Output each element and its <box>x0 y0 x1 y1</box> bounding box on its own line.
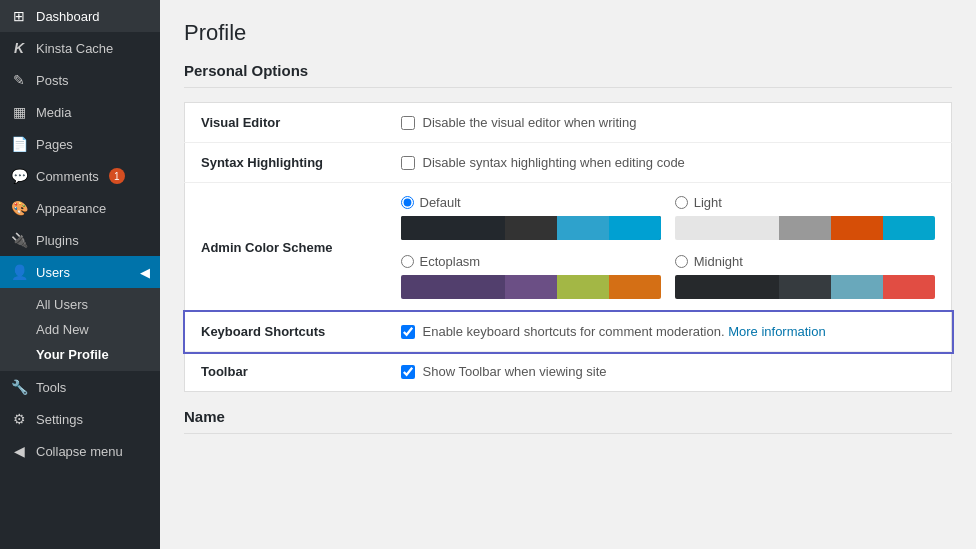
color-scheme-ectoplasm-radio[interactable] <box>401 255 414 268</box>
color-scheme-default-text: Default <box>420 195 461 210</box>
main-content: Profile Personal Options Visual Editor D… <box>160 0 976 549</box>
keyboard-shortcuts-value: Enable keyboard shortcuts for comment mo… <box>385 312 952 352</box>
color-scheme-light-bar <box>675 216 935 240</box>
users-arrow-icon: ◀ <box>140 265 150 280</box>
page-title: Profile <box>184 20 952 46</box>
color-scheme-ectoplasm-bar <box>401 275 661 299</box>
keyboard-shortcuts-checkbox-label[interactable]: Enable keyboard shortcuts for comment mo… <box>401 324 936 339</box>
personal-options-title: Personal Options <box>184 62 952 88</box>
settings-icon: ⚙ <box>10 411 28 427</box>
submenu-item-all-users[interactable]: All Users <box>0 292 160 317</box>
toolbar-checkbox[interactable] <box>401 365 415 379</box>
sidebar-item-label: Settings <box>36 412 83 427</box>
comments-badge: 1 <box>109 168 125 184</box>
color-scheme-light: Light <box>675 195 935 240</box>
personal-options-table: Visual Editor Disable the visual editor … <box>184 102 952 392</box>
color-scheme-ectoplasm: Ectoplasm <box>401 254 661 299</box>
keyboard-shortcuts-text: Enable keyboard shortcuts for comment mo… <box>423 324 826 339</box>
sidebar-item-posts[interactable]: ✎ Posts <box>0 64 160 96</box>
comments-icon: 💬 <box>10 168 28 184</box>
sidebar-item-users[interactable]: 👤 Users ◀ <box>0 256 160 288</box>
submenu-item-your-profile[interactable]: Your Profile <box>0 342 160 367</box>
syntax-highlighting-checkbox[interactable] <box>401 156 415 170</box>
visual-editor-checkbox-label[interactable]: Disable the visual editor when writing <box>401 115 936 130</box>
kinsta-icon: K <box>10 40 28 56</box>
toolbar-checkbox-label[interactable]: Show Toolbar when viewing site <box>401 364 936 379</box>
color-scheme-midnight-bar <box>675 275 935 299</box>
sidebar-item-label: Kinsta Cache <box>36 41 113 56</box>
syntax-highlighting-text: Disable syntax highlighting when editing… <box>423 155 685 170</box>
toolbar-value: Show Toolbar when viewing site <box>385 352 952 392</box>
pages-icon: 📄 <box>10 136 28 152</box>
visual-editor-checkbox[interactable] <box>401 116 415 130</box>
syntax-highlighting-value: Disable syntax highlighting when editing… <box>385 143 952 183</box>
syntax-highlighting-label: Syntax Highlighting <box>185 143 385 183</box>
sidebar-item-dashboard[interactable]: ⊞ Dashboard <box>0 0 160 32</box>
color-scheme-ectoplasm-text: Ectoplasm <box>420 254 481 269</box>
sidebar-item-label: Appearance <box>36 201 106 216</box>
keyboard-shortcuts-label: Keyboard Shortcuts <box>185 312 385 352</box>
name-section-title: Name <box>184 408 952 434</box>
sidebar-item-comments[interactable]: 💬 Comments 1 <box>0 160 160 192</box>
sidebar-item-label: Posts <box>36 73 69 88</box>
syntax-highlighting-checkbox-label[interactable]: Disable syntax highlighting when editing… <box>401 155 936 170</box>
color-scheme-default-radio[interactable] <box>401 196 414 209</box>
admin-color-scheme-row: Admin Color Scheme Default <box>185 183 952 312</box>
sidebar-item-label: Media <box>36 105 71 120</box>
sidebar-item-label: Users <box>36 265 70 280</box>
color-scheme-midnight-label[interactable]: Midnight <box>675 254 935 269</box>
admin-color-scheme-value: Default Light <box>385 183 952 312</box>
admin-color-scheme-label: Admin Color Scheme <box>185 183 385 312</box>
color-scheme-ectoplasm-label[interactable]: Ectoplasm <box>401 254 661 269</box>
toolbar-text: Show Toolbar when viewing site <box>423 364 607 379</box>
sidebar-item-label: Pages <box>36 137 73 152</box>
sidebar-item-settings[interactable]: ⚙ Settings <box>0 403 160 435</box>
sidebar-item-label: Tools <box>36 380 66 395</box>
keyboard-shortcuts-row: Keyboard Shortcuts Enable keyboard short… <box>185 312 952 352</box>
sidebar-item-appearance[interactable]: 🎨 Appearance <box>0 192 160 224</box>
visual-editor-text: Disable the visual editor when writing <box>423 115 637 130</box>
tools-icon: 🔧 <box>10 379 28 395</box>
visual-editor-row: Visual Editor Disable the visual editor … <box>185 103 952 143</box>
color-scheme-midnight-radio[interactable] <box>675 255 688 268</box>
dashboard-icon: ⊞ <box>10 8 28 24</box>
color-scheme-default: Default <box>401 195 661 240</box>
color-scheme-grid: Default Light <box>401 195 936 299</box>
visual-editor-label: Visual Editor <box>185 103 385 143</box>
syntax-highlighting-row: Syntax Highlighting Disable syntax highl… <box>185 143 952 183</box>
media-icon: ▦ <box>10 104 28 120</box>
color-scheme-midnight-text: Midnight <box>694 254 743 269</box>
sidebar-item-kinsta-cache[interactable]: K Kinsta Cache <box>0 32 160 64</box>
color-scheme-default-bar <box>401 216 661 240</box>
keyboard-shortcuts-checkbox[interactable] <box>401 325 415 339</box>
color-scheme-light-radio[interactable] <box>675 196 688 209</box>
users-icon: 👤 <box>10 264 28 280</box>
color-scheme-midnight: Midnight <box>675 254 935 299</box>
submenu-item-add-new[interactable]: Add New <box>0 317 160 342</box>
sidebar-item-media[interactable]: ▦ Media <box>0 96 160 128</box>
sidebar-item-tools[interactable]: 🔧 Tools <box>0 371 160 403</box>
sidebar-item-label: Collapse menu <box>36 444 123 459</box>
color-scheme-default-label[interactable]: Default <box>401 195 661 210</box>
appearance-icon: 🎨 <box>10 200 28 216</box>
posts-icon: ✎ <box>10 72 28 88</box>
collapse-icon: ◀ <box>10 443 28 459</box>
sidebar-item-collapse[interactable]: ◀ Collapse menu <box>0 435 160 467</box>
sidebar-item-label: Comments <box>36 169 99 184</box>
color-scheme-light-text: Light <box>694 195 722 210</box>
visual-editor-value: Disable the visual editor when writing <box>385 103 952 143</box>
color-scheme-light-label[interactable]: Light <box>675 195 935 210</box>
sidebar-item-plugins[interactable]: 🔌 Plugins <box>0 224 160 256</box>
plugins-icon: 🔌 <box>10 232 28 248</box>
users-submenu: All Users Add New Your Profile <box>0 288 160 371</box>
sidebar-item-label: Dashboard <box>36 9 100 24</box>
sidebar-item-pages[interactable]: 📄 Pages <box>0 128 160 160</box>
toolbar-row: Toolbar Show Toolbar when viewing site <box>185 352 952 392</box>
sidebar: ⊞ Dashboard K Kinsta Cache ✎ Posts ▦ Med… <box>0 0 160 549</box>
more-info-link[interactable]: More information <box>728 324 826 339</box>
toolbar-label: Toolbar <box>185 352 385 392</box>
sidebar-item-label: Plugins <box>36 233 79 248</box>
